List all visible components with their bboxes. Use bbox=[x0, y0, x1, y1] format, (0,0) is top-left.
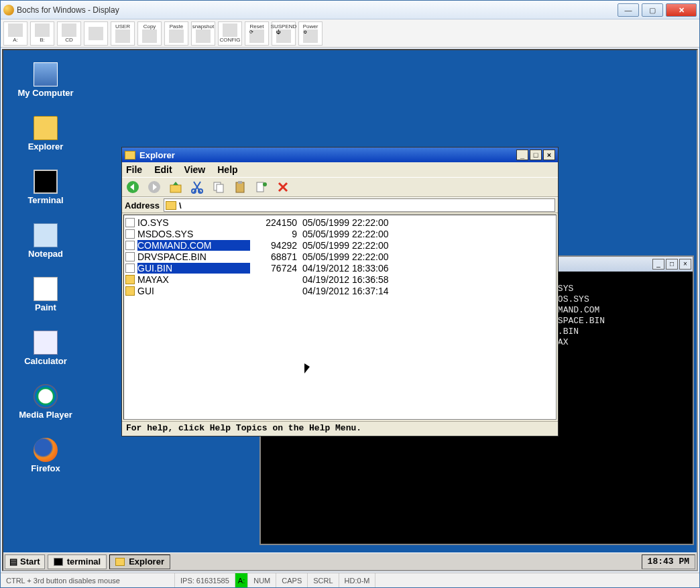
folder-icon bbox=[34, 116, 58, 140]
desktop-icon-firefox[interactable]: Firefox bbox=[15, 438, 76, 473]
explorer-title: Explorer bbox=[139, 150, 175, 160]
explorer-minimize-button[interactable]: _ bbox=[516, 150, 528, 160]
floppy-b-button[interactable]: B: bbox=[30, 21, 54, 46]
folder-icon bbox=[125, 151, 135, 160]
explorer-window[interactable]: Explorer _ □ × File Edit View Help bbox=[121, 147, 559, 436]
terminal-minimize-button[interactable]: _ bbox=[652, 259, 664, 270]
user-button[interactable]: USER bbox=[111, 21, 135, 46]
terminal-close-button[interactable]: × bbox=[679, 259, 691, 270]
back-button[interactable] bbox=[125, 179, 141, 195]
desktop-icon-label: Calculator bbox=[15, 356, 76, 366]
cut-button[interactable] bbox=[189, 179, 205, 195]
file-icon bbox=[125, 241, 135, 250]
desktop-icon-my-computer[interactable]: My Computer bbox=[15, 62, 76, 98]
file-row[interactable]: MAYAX04/19/2012 16:36:58 bbox=[124, 274, 556, 285]
computer-icon bbox=[34, 62, 58, 86]
reset-button[interactable]: Reset⟳ bbox=[245, 21, 269, 46]
explorer-statusbar: For help, click Help Topics on the Help … bbox=[122, 421, 558, 436]
file-date: 04/19/2012 16:36:58 bbox=[302, 274, 388, 285]
taskbar-item-label: Explorer bbox=[129, 556, 164, 567]
up-button[interactable] bbox=[168, 179, 184, 195]
taskbar-item-explorer[interactable]: Explorer bbox=[109, 554, 170, 569]
mouse-button[interactable] bbox=[84, 21, 108, 46]
start-icon: ▤ bbox=[9, 556, 17, 567]
explorer-toolbar bbox=[122, 177, 558, 197]
start-label: Start bbox=[20, 556, 40, 567]
file-size: 9 bbox=[250, 229, 297, 239]
terminal-icon bbox=[54, 558, 63, 566]
menu-view[interactable]: View bbox=[184, 164, 206, 175]
config-button[interactable]: CONFIG bbox=[218, 21, 242, 46]
file-row[interactable]: IO.SYS22415005/05/1999 22:22:00 bbox=[124, 217, 556, 228]
file-size: 94292 bbox=[250, 240, 297, 251]
copy-button[interactable] bbox=[211, 179, 227, 195]
minimize-button[interactable]: — bbox=[618, 3, 639, 17]
address-input[interactable]: \ bbox=[164, 198, 555, 212]
emulated-desktop[interactable]: My ComputerExplorerTerminalNotepadPaintC… bbox=[2, 49, 698, 571]
suspend-button[interactable]: SUSPEND⏻ bbox=[272, 21, 296, 46]
status-drive: A: bbox=[235, 573, 248, 587]
floppy-a-button[interactable]: A: bbox=[3, 21, 27, 46]
menu-edit[interactable]: Edit bbox=[154, 164, 172, 175]
desktop-icon-terminal[interactable]: Terminal bbox=[15, 170, 76, 205]
file-row[interactable]: COMMAND.COM9429205/05/1999 22:22:00 bbox=[124, 239, 556, 251]
properties-button[interactable] bbox=[253, 179, 270, 195]
power-button[interactable]: Power⭘ bbox=[298, 21, 323, 46]
close-button[interactable]: ✕ bbox=[666, 3, 697, 17]
svg-rect-2 bbox=[170, 185, 181, 192]
taskbar-clock: 18:43 PM bbox=[642, 554, 695, 569]
file-row[interactable]: GUI04/19/2012 16:37:14 bbox=[124, 285, 556, 296]
bochs-toolbar: A: B: CD USER Copy Paste snapshot CONFIG… bbox=[1, 19, 699, 48]
delete-button[interactable] bbox=[275, 179, 291, 195]
calc-icon bbox=[34, 331, 58, 355]
file-date: 05/05/1999 22:22:00 bbox=[302, 240, 388, 251]
desktop-icon-label: Notepad bbox=[15, 249, 76, 259]
desktop-icon-media-player[interactable]: Media Player bbox=[15, 384, 76, 420]
paste-button[interactable]: Paste bbox=[164, 21, 188, 46]
explorer-close-button[interactable]: × bbox=[543, 150, 555, 160]
explorer-file-list[interactable]: IO.SYS22415005/05/1999 22:22:00MSDOS.SYS… bbox=[123, 215, 557, 420]
desktop-icon-calculator[interactable]: Calculator bbox=[15, 331, 76, 366]
desktop-icon-paint[interactable]: Paint bbox=[15, 277, 76, 312]
desktop-icon-notepad[interactable]: Notepad bbox=[15, 223, 76, 259]
desktop-icon-label: Terminal bbox=[15, 195, 76, 205]
file-icon bbox=[125, 229, 135, 239]
file-date: 04/19/2012 16:37:14 bbox=[302, 286, 388, 296]
address-label: Address bbox=[125, 200, 160, 211]
file-size: 224150 bbox=[250, 217, 297, 228]
menu-help[interactable]: Help bbox=[217, 164, 237, 175]
forward-button[interactable] bbox=[146, 179, 162, 195]
bochs-titlebar[interactable]: Bochs for Windows - Display — ▢ ✕ bbox=[1, 1, 699, 19]
firefox-icon bbox=[34, 438, 58, 462]
file-name: GUI bbox=[137, 286, 250, 296]
taskbar-item-label: terminal bbox=[67, 556, 101, 567]
desktop-icon-explorer[interactable]: Explorer bbox=[15, 116, 76, 152]
snapshot-button[interactable]: snapshot bbox=[191, 21, 215, 46]
explorer-titlebar[interactable]: Explorer _ □ × bbox=[122, 148, 558, 162]
explorer-address-bar: Address \ bbox=[122, 197, 558, 213]
terminal-maximize-button[interactable]: □ bbox=[666, 259, 678, 270]
file-row[interactable]: MSDOS.SYS905/05/1999 22:22:00 bbox=[124, 228, 556, 239]
desktop-icon-label: Media Player bbox=[15, 410, 76, 420]
svg-rect-9 bbox=[257, 182, 264, 192]
file-date: 05/05/1999 22:22:00 bbox=[302, 229, 388, 239]
menu-file[interactable]: File bbox=[126, 164, 142, 175]
status-mouse: CTRL + 3rd button disables mouse bbox=[1, 573, 175, 587]
file-row[interactable]: GUI.BIN7672404/19/2012 18:33:06 bbox=[124, 262, 556, 274]
copy-button[interactable]: Copy bbox=[137, 21, 162, 46]
maximize-button[interactable]: ▢ bbox=[642, 3, 663, 17]
paint-icon bbox=[34, 277, 58, 301]
explorer-maximize-button[interactable]: □ bbox=[530, 150, 542, 160]
file-row[interactable]: DRVSPACE.BIN6887105/05/1999 22:22:00 bbox=[124, 251, 556, 262]
bochs-window: Bochs for Windows - Display — ▢ ✕ A: B: … bbox=[0, 0, 700, 588]
file-name: COMMAND.COM bbox=[137, 240, 250, 251]
address-value: \ bbox=[179, 200, 182, 211]
file-size: 68871 bbox=[250, 251, 297, 262]
cd-button[interactable]: CD bbox=[57, 21, 81, 46]
file-name: MAYAX bbox=[137, 274, 250, 285]
start-button[interactable]: ▤ Start bbox=[5, 554, 45, 569]
paste-button[interactable] bbox=[232, 179, 248, 195]
taskbar-item-terminal[interactable]: terminal bbox=[48, 554, 107, 569]
media-icon bbox=[34, 384, 58, 408]
folder-icon bbox=[125, 286, 135, 296]
